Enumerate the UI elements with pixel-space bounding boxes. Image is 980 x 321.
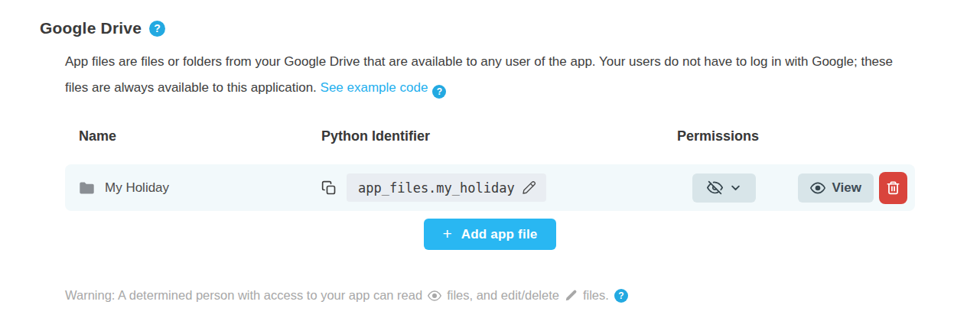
copy-icon xyxy=(321,180,337,196)
copy-button[interactable] xyxy=(321,180,337,196)
page-title: Google Drive xyxy=(40,19,142,37)
app-files-table: Name Python Identifier Permissions My Ho… xyxy=(65,128,915,250)
table-row: My Holiday app_files.my_holiday xyxy=(65,164,915,211)
description-body: App files are files or folders from your… xyxy=(65,54,893,95)
warning-part3: files. xyxy=(583,288,609,303)
description-text: App files are files or folders from your… xyxy=(65,49,899,101)
help-icon[interactable]: ? xyxy=(614,289,628,303)
pencil-icon xyxy=(522,180,536,195)
python-identifier-cell: app_files.my_holiday xyxy=(321,173,677,202)
help-icon[interactable]: ? xyxy=(149,21,165,37)
edit-identifier-button[interactable] xyxy=(522,180,536,195)
chevron-down-icon xyxy=(730,182,741,193)
column-header-name: Name xyxy=(65,128,321,144)
permissions-cell: View xyxy=(677,172,915,204)
add-app-file-label: Add app file xyxy=(461,227,538,242)
warning-part2: files, and edit/delete xyxy=(447,288,559,303)
python-identifier-value: app_files.my_holiday xyxy=(358,180,515,196)
eye-off-icon xyxy=(707,180,723,196)
python-identifier-field[interactable]: app_files.my_holiday xyxy=(347,173,546,202)
delete-button[interactable] xyxy=(879,172,907,204)
file-name: My Holiday xyxy=(105,180,169,196)
add-row: + Add app file xyxy=(65,219,915,250)
see-example-code-link[interactable]: See example code xyxy=(321,80,428,95)
trash-icon xyxy=(886,180,900,195)
column-header-python-identifier: Python Identifier xyxy=(321,128,677,144)
eye-icon xyxy=(810,180,825,196)
help-icon[interactable]: ? xyxy=(432,85,446,99)
table-header-row: Name Python Identifier Permissions xyxy=(65,128,915,144)
add-app-file-button[interactable]: + Add app file xyxy=(424,219,557,250)
column-header-permissions: Permissions xyxy=(677,128,915,144)
view-button-label: View xyxy=(832,180,861,196)
permission-dropdown[interactable] xyxy=(692,173,756,203)
section-header: Google Drive ? xyxy=(0,0,980,37)
name-cell: My Holiday xyxy=(65,180,321,196)
warning-part1: Warning: A determined person with access… xyxy=(65,288,422,303)
view-button[interactable]: View xyxy=(798,173,874,203)
folder-icon xyxy=(79,181,95,195)
pencil-icon xyxy=(565,289,578,302)
eye-icon xyxy=(428,289,441,303)
plus-icon: + xyxy=(443,225,452,242)
warning-text: Warning: A determined person with access… xyxy=(65,288,980,303)
